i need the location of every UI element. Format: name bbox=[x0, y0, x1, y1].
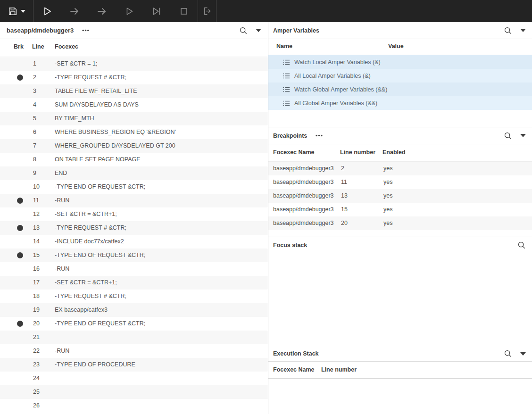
line-number: 7 bbox=[33, 142, 36, 149]
run-button[interactable] bbox=[33, 0, 61, 22]
code-row[interactable]: 19EX baseapp/catfex3 bbox=[0, 303, 268, 317]
breakpoint-gutter[interactable] bbox=[17, 252, 23, 258]
amper-variables-header: Amper Variables bbox=[268, 22, 532, 39]
code-row[interactable]: 11-RUN bbox=[0, 194, 268, 207]
code-row[interactable]: 7WHERE_GROUPED DAYSDELAYED GT 200 bbox=[0, 139, 268, 153]
line-number: 14 bbox=[33, 238, 40, 245]
search-icon[interactable] bbox=[504, 132, 512, 140]
breakpoint-gutter[interactable] bbox=[17, 293, 23, 299]
code-text: -INCLUDE doc77x/catfex2 bbox=[55, 238, 124, 245]
amper-variables-section: Amper Variables Name Value Watch Local A… bbox=[268, 22, 532, 127]
breakpoint-gutter[interactable] bbox=[17, 225, 23, 231]
breakpoint-gutter[interactable] bbox=[17, 116, 23, 122]
breakpoint-gutter[interactable] bbox=[17, 239, 23, 245]
line-number: 23 bbox=[33, 361, 40, 368]
run-to-end-button[interactable] bbox=[143, 0, 170, 22]
stop-button[interactable] bbox=[170, 0, 198, 22]
chevron-down-icon[interactable] bbox=[520, 352, 526, 356]
code-row[interactable]: 9END bbox=[0, 166, 268, 180]
code-row[interactable]: 14-INCLUDE doc77x/catfex2 bbox=[0, 235, 268, 248]
code-row[interactable]: 4SUM DAYSDELAYED AS DAYS bbox=[0, 98, 268, 112]
code-row[interactable]: 25 bbox=[0, 385, 268, 399]
save-icon bbox=[8, 6, 18, 17]
breakpoint-row[interactable]: baseapp/dmdebugger3 11 yes bbox=[268, 175, 532, 189]
step-over-button[interactable] bbox=[88, 0, 116, 22]
code-row[interactable]: 23-TYPE END OF PROCEDURE bbox=[0, 358, 268, 372]
ellipsis-menu-icon[interactable] bbox=[82, 29, 89, 32]
continue-button[interactable] bbox=[116, 0, 143, 22]
breakpoint-gutter[interactable] bbox=[17, 348, 23, 354]
amper-variables-item[interactable]: All Local Amper Variables (&) bbox=[268, 69, 532, 83]
breakpoint-gutter[interactable] bbox=[17, 143, 23, 149]
search-icon[interactable] bbox=[504, 349, 512, 358]
breakpoint-focexec: baseapp/dmdebugger3 bbox=[273, 206, 334, 213]
breakpoint-enabled: yes bbox=[383, 206, 392, 213]
breakpoint-gutter[interactable] bbox=[17, 102, 23, 108]
code-row[interactable]: 17-SET &CTR = &CTR+1; bbox=[0, 276, 268, 290]
code-row[interactable]: 1-SET &CTR = 1; bbox=[0, 57, 268, 71]
breakpoint-gutter[interactable] bbox=[17, 75, 23, 81]
breakpoint-gutter[interactable] bbox=[17, 61, 23, 67]
code-row[interactable]: 16-RUN bbox=[0, 262, 268, 276]
amper-variables-item[interactable]: All Global Amper Variables (&&) bbox=[268, 96, 532, 110]
breakpoint-gutter[interactable] bbox=[17, 362, 23, 368]
line-number: 25 bbox=[33, 389, 40, 395]
breakpoint-gutter[interactable] bbox=[17, 403, 23, 409]
code-row[interactable]: 12-SET &CTR = &CTR+1; bbox=[0, 207, 268, 221]
code-text: -TYPE END OF PROCEDURE bbox=[55, 361, 135, 368]
breakpoint-gutter[interactable] bbox=[17, 170, 23, 176]
code-row[interactable]: 26 bbox=[0, 399, 268, 413]
code-row[interactable]: 20-TYPE END OF REQUEST &CTR; bbox=[0, 317, 268, 331]
line-number: 12 bbox=[33, 211, 40, 217]
ellipsis-menu-icon[interactable] bbox=[316, 134, 323, 137]
code-row[interactable]: 21 bbox=[0, 331, 268, 344]
breakpoint-gutter[interactable] bbox=[17, 184, 23, 190]
code-row[interactable]: 3TABLE FILE WF_RETAIL_LITE bbox=[0, 84, 268, 98]
code-row[interactable]: 13-TYPE REQUEST # &CTR; bbox=[0, 221, 268, 235]
breakpoint-gutter[interactable] bbox=[17, 211, 23, 217]
chevron-down-icon[interactable] bbox=[256, 29, 261, 32]
code-row[interactable]: 18-TYPE REQUEST # &CTR; bbox=[0, 290, 268, 303]
search-icon[interactable] bbox=[239, 26, 248, 35]
code-row[interactable]: 8ON TABLE SET PAGE NOPAGE bbox=[0, 153, 268, 166]
step-button[interactable] bbox=[61, 0, 88, 22]
code-text: EX baseapp/catfex3 bbox=[55, 306, 108, 313]
breakpoint-row[interactable]: baseapp/dmdebugger3 2 yes bbox=[268, 162, 532, 175]
breakpoint-gutter[interactable] bbox=[17, 321, 23, 327]
execution-stack-title: Execution Stack bbox=[273, 350, 319, 357]
breakpoint-gutter[interactable] bbox=[17, 334, 23, 340]
chevron-down-icon[interactable] bbox=[520, 134, 526, 137]
code-row[interactable]: 2-TYPE REQUEST # &CTR; bbox=[0, 71, 268, 84]
breakpoint-gutter[interactable] bbox=[17, 157, 23, 163]
breakpoint-gutter[interactable] bbox=[17, 375, 23, 381]
code-text: -TYPE REQUEST # &CTR; bbox=[55, 74, 126, 81]
breakpoint-row[interactable]: baseapp/dmdebugger3 20 yes bbox=[268, 216, 532, 230]
code-row[interactable]: 6WHERE BUSINESS_REGION EQ '&REGION' bbox=[0, 125, 268, 139]
list-icon bbox=[283, 73, 290, 79]
chevron-down-icon[interactable] bbox=[520, 29, 526, 32]
code-row[interactable]: 10-TYPE END OF REQUEST &CTR; bbox=[0, 180, 268, 194]
breakpoint-enabled: yes bbox=[383, 179, 392, 185]
save-button[interactable] bbox=[0, 0, 33, 22]
breakpoint-gutter[interactable] bbox=[17, 280, 23, 286]
code-row[interactable]: 15-TYPE END OF REQUEST &CTR; bbox=[0, 248, 268, 262]
code-row[interactable]: 24 bbox=[0, 372, 268, 385]
breakpoint-enabled: yes bbox=[383, 165, 392, 172]
code-row[interactable]: 22-RUN bbox=[0, 344, 268, 358]
breakpoint-row[interactable]: baseapp/dmdebugger3 13 yes bbox=[268, 189, 532, 203]
breakpoint-gutter[interactable] bbox=[17, 389, 23, 395]
breakpoint-gutter[interactable] bbox=[17, 266, 23, 272]
breakpoint-gutter[interactable] bbox=[17, 198, 23, 204]
amper-variables-item[interactable]: Watch Local Amper Variables (&) bbox=[268, 55, 532, 69]
breakpoint-row[interactable]: baseapp/dmdebugger3 15 yes bbox=[268, 203, 532, 216]
breakpoint-gutter[interactable] bbox=[17, 307, 23, 313]
code-row[interactable]: 5BY TIME_MTH bbox=[0, 112, 268, 125]
exit-debugger-button[interactable] bbox=[198, 0, 216, 22]
search-icon[interactable] bbox=[517, 241, 526, 249]
search-icon[interactable] bbox=[504, 26, 512, 35]
breakpoint-gutter[interactable] bbox=[17, 129, 23, 135]
amper-variables-item[interactable]: Watch Global Amper Variables (&&) bbox=[268, 83, 532, 96]
line-number: 2 bbox=[33, 74, 36, 81]
amper-variables-title: Amper Variables bbox=[273, 27, 319, 34]
breakpoint-gutter[interactable] bbox=[17, 88, 23, 94]
